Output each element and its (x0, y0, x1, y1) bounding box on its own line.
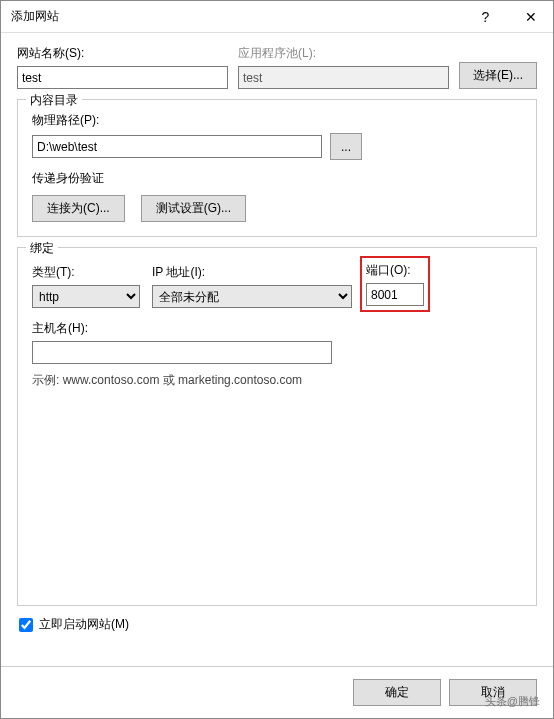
binding-ip-select[interactable]: 全部未分配 (152, 285, 352, 308)
autostart-label: 立即启动网站(M) (39, 616, 129, 633)
binding-ip-label: IP 地址(I): (152, 264, 352, 281)
connect-as-button[interactable]: 连接为(C)... (32, 195, 125, 222)
binding-title: 绑定 (26, 240, 58, 257)
binding-type-label: 类型(T): (32, 264, 140, 281)
autostart-checkbox[interactable] (19, 618, 33, 632)
binding-port-input[interactable] (366, 283, 424, 306)
binding-host-col: 主机名(H): (32, 320, 332, 364)
help-icon: ? (482, 9, 490, 25)
apppool-col: 应用程序池(L): (238, 45, 449, 89)
select-pool-col: 选择(E)... (459, 45, 537, 89)
physical-path-col: 物理路径(P): ... (32, 112, 522, 166)
select-apppool-button[interactable]: 选择(E)... (459, 62, 537, 89)
ok-button[interactable]: 确定 (353, 679, 441, 706)
help-button[interactable]: ? (463, 1, 508, 32)
content-directory-group: 内容目录 物理路径(P): ... 传递身份验证 连接为(C)... 测试设置(… (17, 99, 537, 237)
titlebar: 添加网站 ? ✕ (1, 1, 553, 33)
test-settings-button[interactable]: 测试设置(G)... (141, 195, 246, 222)
binding-example-text: 示例: www.contoso.com 或 marketing.contoso.… (32, 372, 522, 389)
dialog-footer: 确定 取消 (1, 666, 553, 718)
binding-spacer (32, 389, 522, 589)
binding-host-input[interactable] (32, 341, 332, 364)
browse-path-button[interactable]: ... (330, 133, 362, 160)
autostart-row: 立即启动网站(M) (17, 616, 537, 633)
close-button[interactable]: ✕ (508, 1, 553, 32)
site-name-label: 网站名称(S): (17, 45, 228, 62)
site-row: 网站名称(S): 应用程序池(L): 选择(E)... (17, 45, 537, 89)
content-directory-title: 内容目录 (26, 92, 82, 109)
binding-host-label: 主机名(H): (32, 320, 332, 337)
binding-port-highlight: 端口(O): (364, 260, 426, 308)
apppool-label: 应用程序池(L): (238, 45, 449, 62)
close-icon: ✕ (525, 9, 537, 25)
passthrough-auth-label: 传递身份验证 (32, 170, 522, 187)
cancel-button[interactable]: 取消 (449, 679, 537, 706)
binding-group: 绑定 类型(T): http IP 地址(I): 全部未分配 端口(O) (17, 247, 537, 606)
binding-port-label: 端口(O): (366, 262, 424, 279)
binding-port-col: 端口(O): (364, 260, 426, 308)
site-name-input[interactable] (17, 66, 228, 89)
binding-type-select[interactable]: http (32, 285, 140, 308)
auth-buttons-row: 连接为(C)... 测试设置(G)... (32, 195, 522, 222)
binding-row1: 类型(T): http IP 地址(I): 全部未分配 端口(O): (32, 260, 522, 308)
binding-ip-col: IP 地址(I): 全部未分配 (152, 264, 352, 308)
physical-path-row: ... (32, 133, 522, 160)
window-title: 添加网站 (11, 8, 59, 25)
apppool-input (238, 66, 449, 89)
site-name-col: 网站名称(S): (17, 45, 228, 89)
dialog-add-website: 添加网站 ? ✕ 网站名称(S): 应用程序池(L): 选择(E)... 内容目… (0, 0, 554, 719)
dialog-body: 网站名称(S): 应用程序池(L): 选择(E)... 内容目录 物理路径(P)… (1, 33, 553, 666)
titlebar-buttons: ? ✕ (463, 1, 553, 32)
physical-path-label: 物理路径(P): (32, 112, 522, 129)
physical-path-input[interactable] (32, 135, 322, 158)
binding-type-col: 类型(T): http (32, 264, 140, 308)
